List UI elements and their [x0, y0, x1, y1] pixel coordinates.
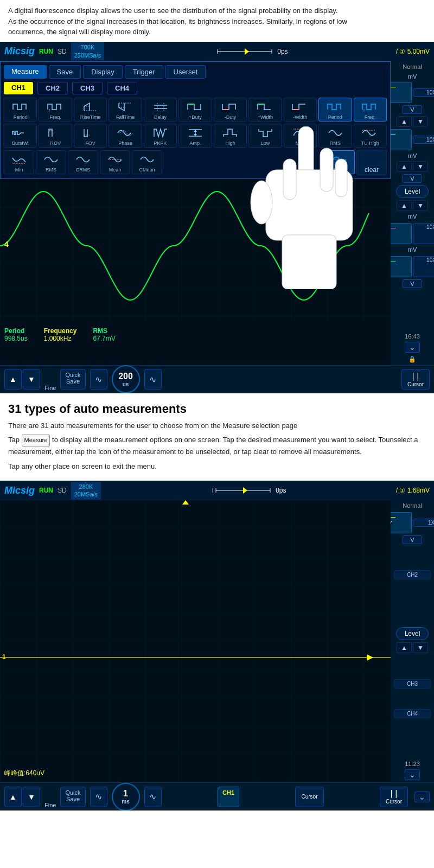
ch3-select-btn[interactable]: CH3	[72, 82, 103, 94]
scope2-bottom-down[interactable]: ⌄	[414, 792, 430, 802]
wave-right-btn-1[interactable]: ∿	[144, 369, 162, 390]
level-btn-1[interactable]: Level	[396, 185, 429, 198]
down-arrow-1[interactable]: ▼	[413, 116, 428, 127]
measure-rms2[interactable]: RMS	[36, 150, 66, 174]
measure-falltime[interactable]: FallTime	[108, 98, 142, 122]
phase-label: Phase	[118, 141, 132, 146]
scope1-down-btn[interactable]: ⌄	[405, 342, 420, 353]
measure-crms[interactable]: CRMS	[68, 150, 98, 174]
plusduty-label: +Duty	[189, 114, 202, 120]
ch1-bottom-btn[interactable]: CH1	[218, 787, 239, 807]
measure-mean-selected[interactable]: Mean	[324, 150, 355, 174]
measure-freq2[interactable]: f Freq.	[354, 98, 387, 122]
ch3-x10-btn[interactable]: 10X	[413, 223, 434, 244]
timebase-btn-2[interactable]: 1 ms	[112, 783, 140, 811]
clear-label[interactable]: clear	[365, 166, 379, 174]
wave-right-btn-2[interactable]: ∿	[144, 787, 162, 807]
cursor-btn-2[interactable]: Cursor	[295, 787, 323, 807]
micsig-logo-1: Micsig	[4, 46, 35, 57]
wave-left-btn-2[interactable]: ∿	[90, 787, 107, 807]
measure-freq[interactable]: f Freq.	[39, 98, 72, 122]
svg-text:f: f	[49, 108, 50, 112]
scope2-ch4-btn[interactable]: CH4	[394, 709, 431, 718]
down-arrow-2[interactable]: ▼	[413, 161, 428, 172]
measure-row3: Min RMS CRMS	[4, 150, 387, 175]
scope2-down-arrow[interactable]: ▼	[413, 642, 428, 653]
measure-max[interactable]: Max	[284, 124, 317, 148]
up-arrow-1[interactable]: ▲	[397, 116, 412, 127]
falltime-icon	[110, 100, 140, 114]
measure-amp[interactable]: Amp.	[178, 124, 212, 148]
measure-fov[interactable]: FOV	[74, 124, 107, 148]
measure-low[interactable]: Low	[248, 124, 282, 148]
ch4-x10-btn[interactable]: 10X	[413, 256, 434, 277]
fine-down-btn-2[interactable]: ▼	[23, 787, 40, 807]
svg-marker-40	[243, 487, 247, 494]
measure-burstw[interactable]: BurstW.	[4, 124, 37, 148]
measure-mean[interactable]: Mean	[100, 150, 130, 174]
fine-up-btn-1[interactable]: ▲	[4, 369, 22, 390]
measure-minuswidth[interactable]: -Width	[284, 98, 317, 122]
down-arrow-3[interactable]: ▼	[413, 200, 428, 211]
cursor-btn-1[interactable]: | | Cursor	[401, 369, 430, 390]
measure-min[interactable]: Min	[4, 150, 34, 174]
tab-measure[interactable]: Measure	[4, 65, 47, 79]
sample-rate-2: 280K 20MSa/s	[71, 482, 101, 500]
mv-label-3: mV	[408, 213, 417, 220]
high2-label: High	[225, 141, 235, 146]
measure-period[interactable]: Period	[4, 98, 37, 122]
ch4-select-btn[interactable]: CH4	[107, 82, 137, 94]
fine-down-btn-1[interactable]: ▼	[23, 369, 40, 390]
ch1-select-btn[interactable]: CH1	[4, 82, 33, 94]
timebase-btn-1[interactable]: 200 us	[112, 365, 140, 393]
scope2-up-arrow[interactable]: ▲	[397, 642, 412, 653]
fine-label-1: Fine	[44, 385, 56, 391]
up-arrow-3[interactable]: ▲	[397, 200, 412, 211]
scope2-ch2-btn[interactable]: CH2	[394, 570, 431, 579]
tab-userset[interactable]: Userset	[165, 65, 206, 79]
measure-tuhigh[interactable]: TU High	[354, 124, 387, 148]
para2b-text: to display all the measurement options o…	[8, 436, 418, 456]
measure-high2[interactable]: High	[214, 124, 247, 148]
clear-icon	[358, 151, 385, 165]
sample-rate-top-2: 280K	[74, 483, 98, 490]
min-icon	[5, 152, 33, 167]
measure-phase[interactable]: Phase	[108, 124, 142, 148]
wave-left-btn-1[interactable]: ∿	[90, 369, 107, 390]
measure-delay[interactable]: Delay	[144, 98, 177, 122]
measure-minusduty[interactable]: -Duty	[214, 98, 247, 122]
up-arrow-2[interactable]: ▲	[397, 161, 412, 172]
ch2-x10-btn[interactable]: 10X	[413, 136, 434, 144]
measure-risetime[interactable]: RiseTime	[74, 98, 107, 122]
measure-inline-btn[interactable]: Measure	[22, 435, 50, 446]
scope2-ch3-btn[interactable]: CH3	[394, 679, 431, 688]
ch2-select-btn[interactable]: CH2	[37, 82, 68, 94]
measure-rov[interactable]: ROV	[39, 124, 72, 148]
tab-save[interactable]: Save	[49, 65, 81, 79]
min-label: Min	[15, 167, 23, 173]
scope2-ch1-scale[interactable]: 1X	[413, 519, 434, 527]
cursor-btn-3[interactable]: | | Cursor	[380, 787, 408, 807]
measure-rms[interactable]: RMS	[318, 124, 352, 148]
ch4-v-btn[interactable]: V	[403, 279, 422, 288]
ch2-v-btn[interactable]: V	[403, 174, 422, 183]
measure-cmean[interactable]: CMean	[132, 150, 162, 174]
measure-pluswidth[interactable]: +Width	[248, 98, 282, 122]
ch1-v-btn[interactable]: V	[403, 105, 422, 114]
measure-period2[interactable]: Period	[318, 98, 352, 122]
clear-btn-cell[interactable]: clear	[356, 150, 387, 175]
measure-plusduty[interactable]: +Duty	[178, 98, 212, 122]
tab-trigger[interactable]: Trigger	[125, 65, 163, 79]
quick-save-btn-1[interactable]: QuickSave	[60, 369, 85, 390]
scope2-v-btn[interactable]: V	[403, 535, 422, 544]
level-btn-2[interactable]: Level	[396, 627, 429, 640]
fine-label-2: Fine	[44, 802, 56, 808]
rms2-icon	[37, 152, 65, 167]
fine-up-btn-2[interactable]: ▲	[4, 787, 22, 807]
scope2-down-btn[interactable]: ⌄	[405, 769, 420, 780]
tab-display[interactable]: Display	[83, 65, 123, 79]
ch1-x10-btn[interactable]: 10X	[413, 88, 434, 97]
measure-pkpk[interactable]: PKPK	[144, 124, 177, 148]
lock-icon-1: 🔒	[409, 356, 416, 363]
quick-save-btn-2[interactable]: QuickSave	[60, 787, 85, 807]
